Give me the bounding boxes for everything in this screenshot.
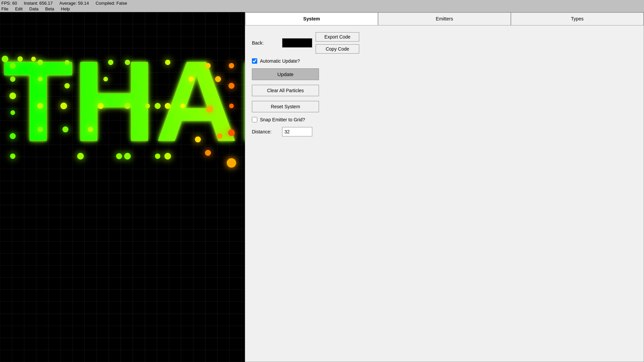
- automatic-update-label: Automatic Update?: [260, 58, 300, 64]
- clear-particles-button[interactable]: Clear All Particles: [252, 85, 319, 96]
- back-color-swatch[interactable]: [282, 38, 312, 48]
- back-row: Back: Export Code Copy Code: [252, 32, 637, 54]
- distance-row: Distance:: [252, 127, 637, 136]
- snap-emitter-checkbox[interactable]: [252, 117, 257, 122]
- menu-file[interactable]: File: [1, 6, 8, 11]
- copy-code-button[interactable]: Copy Code: [316, 44, 359, 54]
- reset-system-row: Reset System: [252, 101, 637, 112]
- stats-row: FPS: 60 Instant: 656.17 Average: 59.14 C…: [1, 1, 643, 6]
- tab-system[interactable]: System: [245, 12, 378, 25]
- tab-types[interactable]: Types: [511, 12, 644, 25]
- snap-emitter-row: Snap Emitter to Grid?: [252, 117, 637, 122]
- export-code-button[interactable]: Export Code: [316, 32, 359, 42]
- tab-emitters[interactable]: Emitters: [378, 12, 511, 25]
- menu-row: File Edit Data Beta Help: [1, 6, 643, 11]
- reset-system-button[interactable]: Reset System: [252, 101, 319, 112]
- average-stat: Average: 59.14: [59, 1, 89, 6]
- distance-label: Distance:: [252, 129, 279, 134]
- menu-edit[interactable]: Edit: [15, 6, 22, 11]
- menubar: FPS: 60 Instant: 656.17 Average: 59.14 C…: [0, 0, 644, 12]
- back-label: Back:: [252, 40, 279, 46]
- compiled-stat: Compiled: False: [96, 1, 127, 6]
- menu-data[interactable]: Data: [29, 6, 38, 11]
- menu-beta[interactable]: Beta: [45, 6, 54, 11]
- menu-help[interactable]: Help: [61, 6, 70, 11]
- particle-canvas: [0, 12, 245, 362]
- automatic-update-checkbox[interactable]: [252, 58, 257, 64]
- distance-input[interactable]: [282, 127, 312, 136]
- update-button[interactable]: Update: [252, 68, 319, 80]
- update-row: Update: [252, 68, 637, 80]
- instant-stat: Instant: 656.17: [24, 1, 53, 6]
- right-panel: System Emitters Types Back: Export Code …: [245, 12, 644, 362]
- main-content: System Emitters Types Back: Export Code …: [0, 12, 644, 362]
- fps-stat: FPS: 60: [1, 1, 17, 6]
- automatic-update-row: Automatic Update?: [252, 58, 637, 64]
- canvas-area[interactable]: [0, 12, 245, 362]
- snap-emitter-label: Snap Emitter to Grid?: [260, 117, 305, 122]
- tabs-bar: System Emitters Types: [245, 12, 644, 25]
- panel-body: Back: Export Code Copy Code Automatic Up…: [245, 25, 644, 143]
- clear-particles-row: Clear All Particles: [252, 85, 637, 96]
